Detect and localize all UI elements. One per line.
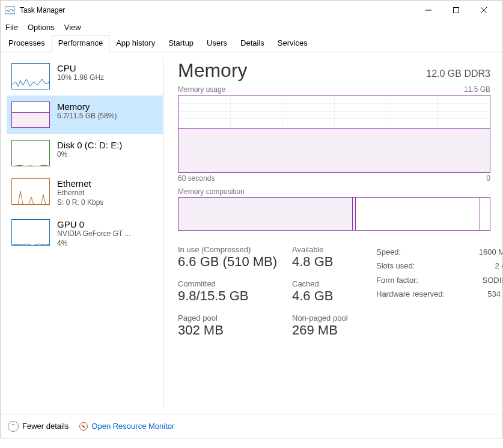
window-title: Task Manager (20, 6, 415, 14)
form-label: Form factor: (376, 273, 418, 287)
memory-usage-graph[interactable] (178, 95, 490, 173)
disk-thumb (11, 140, 50, 166)
menu-file[interactable]: File (5, 23, 18, 32)
nonpaged-label: Non-paged pool (292, 313, 358, 322)
cpu-thumb (11, 63, 50, 89)
footer: ⌃ Fewer details Open Resource Monitor (1, 414, 502, 438)
menu-view[interactable]: View (64, 23, 81, 32)
tab-performance[interactable]: Performance (52, 35, 109, 52)
close-icon (481, 7, 487, 13)
ethernet-thumb (11, 178, 50, 205)
sidebar-item-gpu[interactable]: GPU 0 NVIDIA GeForce GT ... 4% (7, 213, 163, 254)
comp-free (480, 198, 490, 230)
titlebar[interactable]: Task Manager (1, 1, 502, 20)
cached-label: Cached (292, 279, 358, 288)
committed-label: Committed (178, 279, 292, 288)
memory-title: Memory (57, 101, 117, 112)
menubar: File Options View (1, 20, 502, 34)
in-use-value: 6.6 GB (510 MB) (178, 254, 292, 270)
ethernet-sub2: S: 0 R: 0 Kbps (57, 198, 103, 208)
tab-details[interactable]: Details (234, 35, 271, 52)
comp-standby (356, 198, 480, 230)
svg-rect-2 (454, 8, 459, 13)
x-axis-right: 0 (486, 174, 490, 183)
available-value: 4.8 GB (292, 254, 358, 270)
sidebar-item-cpu[interactable]: CPU 10% 1.98 GHz (7, 57, 163, 95)
available-label: Available (292, 245, 358, 254)
sidebar: CPU 10% 1.98 GHz Memory 6.7/11.5 GB (58%… (1, 52, 163, 414)
maximize-button[interactable] (442, 1, 470, 20)
form-value: SODIMM (483, 273, 502, 287)
tab-users[interactable]: Users (200, 35, 234, 52)
in-use-label: In use (Compressed) (178, 245, 292, 254)
resource-monitor-label: Open Resource Monitor (91, 422, 174, 431)
fewer-details-label: Fewer details (22, 422, 69, 431)
paged-value: 302 MB (178, 322, 292, 338)
tab-services[interactable]: Services (271, 35, 314, 52)
slots-value: 2 of 2 (495, 259, 502, 273)
chevron-up-icon: ⌃ (8, 421, 19, 432)
content: CPU 10% 1.98 GHz Memory 6.7/11.5 GB (58%… (1, 52, 502, 414)
reserved-label: Hardware reserved: (376, 287, 445, 301)
gpu-thumb (11, 219, 50, 246)
memory-capacity: 12.0 GB DDR3 (426, 68, 490, 79)
ethernet-sub1: Ethernet (57, 189, 103, 198)
tab-startup[interactable]: Startup (162, 35, 200, 52)
task-manager-window: Task Manager File Options View Processes… (0, 0, 503, 438)
tab-processes[interactable]: Processes (2, 35, 52, 52)
x-axis-left: 60 seconds (178, 174, 215, 183)
memory-stats: In use (Compressed) 6.6 GB (510 MB) Avai… (178, 245, 490, 338)
task-manager-icon (5, 5, 15, 15)
window-controls (415, 1, 498, 20)
disk-title: Disk 0 (C: D: E:) (57, 140, 122, 150)
gpu-sub2: 4% (57, 239, 130, 249)
memory-thumb (11, 101, 50, 128)
reserved-value: 534 MB (487, 287, 502, 301)
fewer-details-button[interactable]: ⌃ Fewer details (8, 421, 69, 432)
sidebar-item-disk[interactable]: Disk 0 (C: D: E:) 0% (7, 134, 163, 172)
nonpaged-value: 269 MB (292, 322, 358, 338)
disk-sub: 0% (57, 150, 122, 160)
main-panel: Memory 12.0 GB DDR3 Memory usage 11.5 GB (163, 52, 502, 414)
comp-in-use (178, 198, 353, 230)
cpu-sub: 10% 1.98 GHz (57, 73, 104, 83)
page-title: Memory (178, 59, 248, 82)
usage-max: 11.5 GB (464, 85, 490, 94)
gpu-title: GPU 0 (57, 219, 130, 229)
composition-label: Memory composition (178, 187, 245, 196)
tab-app-history[interactable]: App history (109, 35, 162, 52)
menu-options[interactable]: Options (28, 23, 55, 32)
sidebar-item-ethernet[interactable]: Ethernet Ethernet S: 0 R: 0 Kbps (7, 172, 163, 213)
maximize-icon (453, 7, 459, 13)
cpu-title: CPU (57, 63, 104, 73)
tabs: Processes Performance App history Startu… (1, 34, 502, 52)
cached-value: 4.6 GB (292, 288, 358, 304)
slots-label: Slots used: (376, 259, 415, 273)
minimize-icon (425, 7, 431, 13)
resource-monitor-icon (79, 422, 88, 431)
speed-value: 1600 MHz (479, 245, 502, 259)
minimize-button[interactable] (415, 1, 442, 20)
gpu-sub1: NVIDIA GeForce GT ... (57, 229, 130, 239)
memory-composition-bar[interactable] (178, 197, 490, 231)
usage-label: Memory usage (178, 85, 225, 94)
memory-sub: 6.7/11.5 GB (58%) (57, 112, 117, 121)
open-resource-monitor-link[interactable]: Open Resource Monitor (79, 422, 174, 431)
ethernet-title: Ethernet (57, 178, 103, 189)
paged-label: Paged pool (178, 313, 292, 322)
sidebar-item-memory[interactable]: Memory 6.7/11.5 GB (58%) (7, 95, 163, 134)
close-button[interactable] (470, 1, 498, 20)
speed-label: Speed: (376, 245, 401, 259)
committed-value: 9.8/15.5 GB (178, 288, 292, 304)
